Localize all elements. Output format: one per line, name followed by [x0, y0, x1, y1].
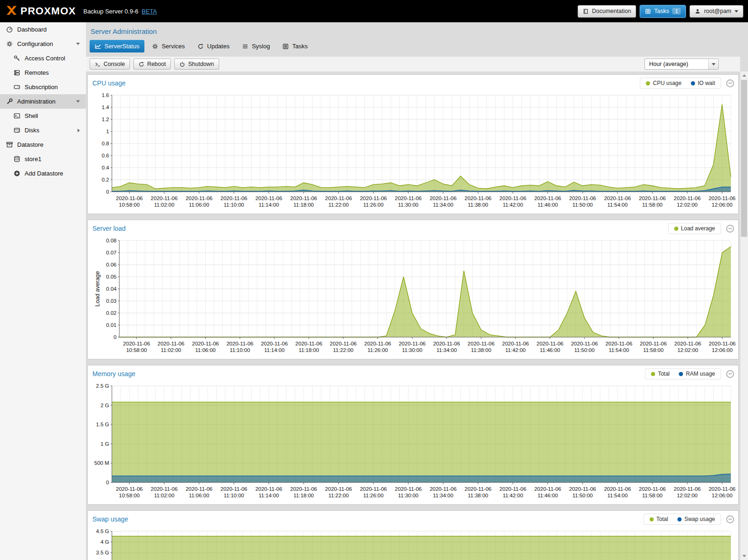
sidebar-item-disks[interactable]: Disks	[0, 123, 86, 137]
svg-text:2020-11-06: 2020-11-06	[569, 486, 596, 492]
database-icon	[13, 156, 20, 163]
svg-text:0.2: 0.2	[102, 177, 109, 182]
legend-label: CPU usage	[653, 80, 681, 86]
key-icon	[13, 55, 20, 62]
svg-text:1.2: 1.2	[102, 117, 109, 122]
svg-text:2020-11-06: 2020-11-06	[221, 195, 247, 201]
tab-syslog[interactable]: Syslog	[237, 40, 275, 52]
svg-text:2020-11-06: 2020-11-06	[571, 341, 598, 346]
svg-text:2020-11-06: 2020-11-06	[534, 486, 561, 492]
user-menu-button[interactable]: root@pam	[689, 5, 743, 18]
svg-text:11:30:00: 11:30:00	[402, 347, 423, 353]
svg-text:1.6: 1.6	[102, 92, 109, 98]
chart-canvas: 00.010.020.030.040.050.060.070.082020-11…	[91, 236, 735, 356]
tab-updates[interactable]: Updates	[192, 40, 234, 52]
tab-serverstatus[interactable]: ServerStatus	[90, 40, 144, 52]
sidebar-item-remotes[interactable]: Remotes	[0, 65, 86, 80]
legend-label: Swap usage	[684, 516, 715, 522]
toolbar-button-label: Reboot	[147, 61, 166, 67]
toolbar-button-label: Shutdown	[188, 61, 214, 67]
minus-icon	[728, 373, 732, 374]
toolbar-button-label: Console	[104, 61, 125, 67]
svg-text:2020-11-06: 2020-11-06	[123, 341, 150, 346]
legend-label: Total	[657, 516, 668, 522]
chart-server-load: 00.010.020.030.040.050.060.070.082020-11…	[88, 236, 738, 359]
beta-link[interactable]: BETA	[142, 8, 157, 15]
svg-text:2020-11-06: 2020-11-06	[261, 341, 288, 346]
tasks-count-badge: 1	[672, 8, 681, 14]
shutdown-button[interactable]: Shutdown	[174, 59, 219, 70]
chart-canvas: 0500 M1 G1.5 G2 G2.5 G2020-11-0610:58:00…	[91, 381, 735, 501]
user-icon	[695, 8, 701, 14]
chevron-right-icon	[78, 129, 80, 132]
collapse-panel-button[interactable]	[726, 515, 734, 523]
svg-text:2020-11-06: 2020-11-06	[325, 195, 352, 201]
scrollbar-thumb[interactable]	[741, 80, 747, 237]
sidebar-item-subscription[interactable]: Subscription	[0, 80, 86, 94]
tab-tasks[interactable]: Tasks	[277, 40, 312, 52]
svg-text:11:14:00: 11:14:00	[259, 493, 279, 498]
collapse-panel-button[interactable]	[726, 225, 734, 233]
svg-text:2020-11-06: 2020-11-06	[227, 341, 254, 346]
time-range-select[interactable]: Hour (average)	[644, 59, 719, 70]
tab-label: Services	[162, 43, 185, 50]
wrench-icon	[6, 98, 13, 105]
svg-text:11:42:00: 11:42:00	[503, 202, 523, 208]
chevron-down-icon	[76, 100, 80, 103]
svg-text:11:22:00: 11:22:00	[328, 493, 349, 498]
page-title: Server Administration	[91, 27, 740, 37]
collapse-panel-button[interactable]	[726, 370, 734, 378]
svg-text:10:58:00: 10:58:00	[119, 202, 140, 208]
legend-label: RAM usage	[686, 371, 715, 377]
vertical-scrollbar[interactable]	[740, 72, 748, 560]
scroll-up-button[interactable]	[741, 72, 748, 79]
panel-server-load: Server load Load average 00.010.020.030.…	[87, 220, 739, 359]
svg-text:2020-11-06: 2020-11-06	[395, 195, 422, 201]
chevron-down-icon	[76, 43, 80, 45]
product-version: Backup Server 0.9-6	[83, 8, 138, 15]
svg-text:11:14:00: 11:14:00	[264, 347, 285, 353]
svg-text:0.6: 0.6	[102, 153, 109, 158]
sidebar-item-administration[interactable]: Administration	[0, 94, 86, 109]
svg-text:11:46:00: 11:46:00	[538, 493, 558, 498]
sidebar-item-shell[interactable]: Shell	[0, 109, 86, 123]
svg-text:0.03: 0.03	[106, 298, 117, 304]
svg-text:12:02:00: 12:02:00	[677, 493, 698, 498]
sidebar-item-store1[interactable]: store1	[0, 152, 86, 166]
svg-text:11:22:00: 11:22:00	[328, 202, 349, 208]
scroll-down-button[interactable]	[741, 552, 748, 560]
chart-panels: CPU usage CPU usage IO wait 00.20.40.60.…	[86, 72, 740, 560]
chevron-down-icon	[712, 63, 715, 65]
panel-title: Memory usage	[92, 370, 136, 378]
svg-text:11:34:00: 11:34:00	[433, 202, 453, 208]
svg-text:4.5 G: 4.5 G	[96, 528, 109, 534]
console-button[interactable]: Console	[90, 59, 130, 70]
svg-text:0.08: 0.08	[106, 238, 117, 243]
svg-text:11:18:00: 11:18:00	[299, 347, 319, 353]
sidebar-item-datastore[interactable]: Datastore	[0, 137, 86, 152]
sidebar-item-dashboard[interactable]: Dashboard	[0, 22, 86, 37]
legend-dot	[651, 372, 655, 376]
tasks-button[interactable]: Tasks 1	[640, 5, 686, 18]
brand-name: PROXMOX	[20, 5, 76, 17]
svg-text:2020-11-06: 2020-11-06	[429, 486, 456, 492]
svg-text:11:42:00: 11:42:00	[505, 347, 526, 353]
proxmox-logo-icon	[5, 4, 19, 18]
reboot-button[interactable]: Reboot	[133, 59, 171, 70]
select-trigger[interactable]	[708, 59, 718, 69]
panel-title: Server load	[92, 225, 126, 232]
collapse-panel-button[interactable]	[726, 79, 734, 87]
svg-text:12:06:00: 12:06:00	[712, 202, 733, 208]
sidebar-item-label: Administration	[17, 98, 55, 105]
svg-text:11:50:00: 11:50:00	[572, 202, 593, 208]
sidebar-item-access-control[interactable]: Access Control	[0, 51, 86, 65]
minus-icon	[728, 228, 732, 229]
sidebar-item-configuration[interactable]: Configuration	[0, 37, 86, 51]
sidebar-item-add-datastore[interactable]: Add Datastore	[0, 166, 86, 181]
documentation-button[interactable]: Documentation	[578, 5, 636, 18]
svg-text:11:30:00: 11:30:00	[398, 493, 418, 498]
svg-text:11:06:00: 11:06:00	[189, 493, 209, 498]
svg-text:2020-11-06: 2020-11-06	[186, 195, 213, 201]
tab-services[interactable]: Services	[147, 40, 190, 52]
svg-text:2020-11-06: 2020-11-06	[569, 195, 596, 201]
